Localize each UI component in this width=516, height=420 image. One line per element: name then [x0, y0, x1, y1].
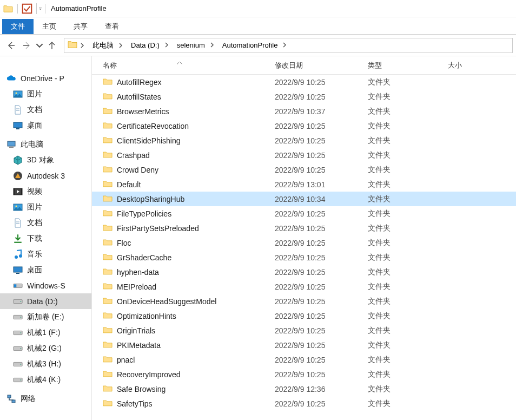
- folder-icon: [103, 194, 113, 204]
- table-row[interactable]: AutofillStates2022/9/9 10:25文件夹: [92, 89, 516, 104]
- tree-item[interactable]: Autodesk 3: [0, 168, 91, 183]
- svg-rect-24: [14, 267, 22, 272]
- folder-icon: [103, 238, 113, 248]
- file-name: OriginTrials: [117, 326, 155, 335]
- network-icon: [6, 394, 16, 404]
- tree-item[interactable]: 下载: [0, 231, 91, 246]
- breadcrumb-item[interactable]: 此电脑: [88, 41, 127, 50]
- cell-name: Crashpad: [92, 148, 270, 162]
- table-row[interactable]: DesktopSharingHub2022/9/9 10:34文件夹: [92, 192, 516, 206]
- tree-item[interactable]: 机械4 (K:): [0, 372, 91, 388]
- qat-properties-icon[interactable]: [21, 3, 33, 14]
- table-row[interactable]: GrShaderCache2022/9/9 10:25文件夹: [92, 250, 516, 265]
- column-header-size[interactable]: 大小: [444, 56, 508, 74]
- chevron-right-icon[interactable]: [208, 42, 216, 48]
- tree-item-label: 文档: [27, 105, 42, 115]
- folder-icon: [103, 224, 113, 233]
- table-row[interactable]: Crashpad2022/9/9 10:25文件夹: [92, 148, 516, 162]
- table-row[interactable]: pnacl2022/9/9 10:25文件夹: [92, 352, 516, 367]
- cell-type: 文件夹: [363, 323, 444, 338]
- qat-dropdown-icon[interactable]: [36, 3, 42, 14]
- cell-date: 2022/9/9 10:25: [270, 75, 363, 89]
- cell-type: 文件夹: [363, 75, 444, 89]
- tab-file[interactable]: 文件: [2, 19, 34, 34]
- file-name: Default: [117, 180, 141, 189]
- table-row[interactable]: PKIMetadata2022/9/9 10:25文件夹: [92, 338, 516, 352]
- tab-2[interactable]: 查看: [96, 19, 128, 34]
- tree-item-network[interactable]: 网络: [0, 391, 91, 406]
- table-row[interactable]: BrowserMetrics2022/9/9 10:37文件夹: [92, 104, 516, 119]
- breadcrumb-item[interactable]: selenium: [173, 41, 218, 49]
- table-row[interactable]: CertificateRevocation2022/9/9 10:25文件夹: [92, 119, 516, 133]
- tree-item-onedrive[interactable]: OneDrive - P: [0, 70, 91, 86]
- svg-rect-27: [14, 284, 17, 287]
- tree-item[interactable]: 图片: [0, 199, 91, 215]
- tab-0[interactable]: 主页: [34, 19, 65, 34]
- table-row[interactable]: AutofillRegex2022/9/9 10:25文件夹: [92, 75, 516, 89]
- tree-item[interactable]: 新加卷 (E:): [0, 309, 91, 325]
- tree-item[interactable]: 桌面: [0, 117, 91, 133]
- breadcrumb-item[interactable]: Data (D:): [127, 41, 173, 49]
- table-row[interactable]: OnDeviceHeadSuggestModel2022/9/9 10:25文件…: [92, 294, 516, 309]
- file-name: SafetyTips: [117, 399, 153, 408]
- onedrive-icon: [6, 74, 16, 83]
- table-row[interactable]: hyphen-data2022/9/9 10:25文件夹: [92, 265, 516, 279]
- table-row[interactable]: FileTypePolicies2022/9/9 10:25文件夹: [92, 206, 516, 221]
- tab-1[interactable]: 共享: [65, 19, 96, 34]
- nav-up-button[interactable]: [44, 38, 59, 53]
- folder-icon: [103, 77, 113, 87]
- nav-back-button[interactable]: [3, 38, 18, 53]
- tree-item[interactable]: Data (D:): [0, 293, 91, 309]
- nav-forward-button[interactable]: [19, 38, 35, 53]
- tree-item[interactable]: 桌面: [0, 262, 91, 278]
- tree-item-label: 桌面: [27, 265, 42, 275]
- drive-icon: [13, 297, 23, 306]
- navigation-tree[interactable]: OneDrive - P图片文档桌面此电脑3D 对象Autodesk 3视频图片…: [0, 56, 92, 420]
- folder-icon: [103, 136, 113, 146]
- tree-item[interactable]: 视频: [0, 183, 91, 199]
- tree-item-label: 机械3 (H:): [27, 359, 61, 369]
- pictures-icon: [13, 89, 23, 99]
- tree-item-label: 视频: [27, 187, 42, 196]
- tree-item[interactable]: 3D 对象: [0, 152, 91, 168]
- table-row[interactable]: OptimizationHints2022/9/9 10:25文件夹: [92, 309, 516, 323]
- tree-item[interactable]: 文档: [0, 215, 91, 231]
- tree-item-thispc[interactable]: 此电脑: [0, 136, 91, 152]
- tree-item[interactable]: 机械2 (G:): [0, 340, 91, 356]
- nav-recent-dropdown[interactable]: [36, 38, 43, 53]
- svg-point-18: [16, 205, 17, 207]
- tree-item[interactable]: 机械1 (F:): [0, 325, 91, 340]
- address-bar[interactable]: 此电脑Data (D:)seleniumAutomationProfile: [64, 38, 513, 53]
- chevron-right-icon[interactable]: [281, 42, 288, 48]
- thispc-icon: [6, 140, 16, 149]
- file-name: Crashpad: [117, 151, 150, 160]
- breadcrumb-root-icon[interactable]: [65, 38, 88, 52]
- desktop-icon: [13, 121, 23, 130]
- tree-item-label: 音乐: [27, 250, 42, 259]
- cell-name: AutofillStates: [92, 89, 270, 104]
- column-header-date[interactable]: 修改日期: [270, 56, 363, 74]
- tree-item[interactable]: 音乐: [0, 246, 91, 262]
- table-row[interactable]: FirstPartySetsPreloaded2022/9/9 10:25文件夹: [92, 221, 516, 235]
- tree-item[interactable]: 图片: [0, 86, 91, 102]
- chevron-right-icon[interactable]: [78, 38, 86, 52]
- tree-item[interactable]: 机械3 (H:): [0, 356, 91, 372]
- table-row[interactable]: Safe Browsing2022/9/9 12:36文件夹: [92, 382, 516, 396]
- column-header-type[interactable]: 类型: [363, 56, 444, 74]
- tree-item[interactable]: 文档: [0, 102, 91, 117]
- table-row[interactable]: MEIPreload2022/9/9 10:25文件夹: [92, 279, 516, 294]
- breadcrumb-item[interactable]: AutomationProfile: [218, 41, 291, 49]
- table-row[interactable]: Default2022/9/9 13:01文件夹: [92, 177, 516, 192]
- table-row[interactable]: SafetyTips2022/9/9 10:25文件夹: [92, 396, 516, 411]
- chevron-right-icon[interactable]: [117, 43, 124, 48]
- chevron-right-icon[interactable]: [163, 42, 170, 48]
- column-header-name[interactable]: 名称: [92, 56, 270, 74]
- tree-item[interactable]: Windows-S: [0, 278, 91, 293]
- file-name: BrowserMetrics: [117, 107, 169, 116]
- table-row[interactable]: Floc2022/9/9 10:25文件夹: [92, 235, 516, 250]
- table-row[interactable]: OriginTrials2022/9/9 10:25文件夹: [92, 323, 516, 338]
- table-row[interactable]: RecoveryImproved2022/9/9 10:25文件夹: [92, 367, 516, 382]
- table-row[interactable]: ClientSidePhishing2022/9/9 10:25文件夹: [92, 133, 516, 148]
- table-row[interactable]: Crowd Deny2022/9/9 10:25文件夹: [92, 162, 516, 177]
- app-folder-icon: [2, 3, 14, 14]
